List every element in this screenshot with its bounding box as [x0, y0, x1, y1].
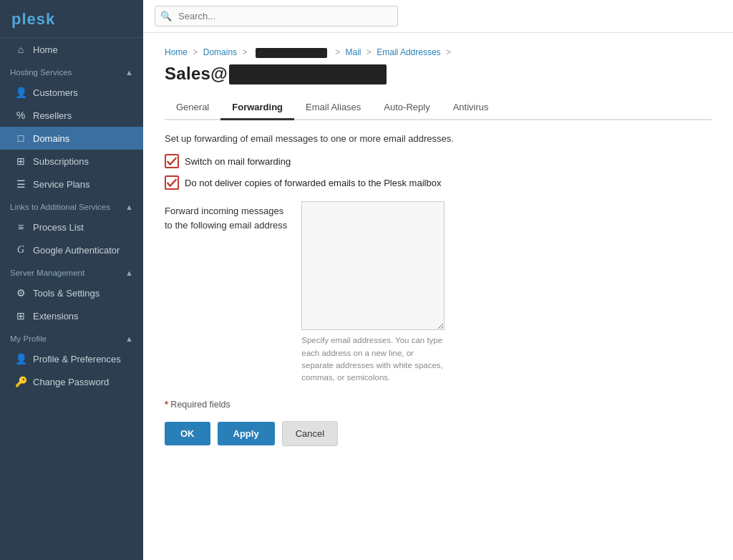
sidebar-item-label: Subscriptions [33, 156, 89, 167]
checkbox-no-copy-label: Do not deliver copies of forwarded email… [185, 178, 441, 188]
required-label: Required fields [170, 400, 230, 410]
form-description: Set up forwarding of email messages to o… [165, 133, 712, 144]
sidebar-item-label: Domains [33, 133, 69, 144]
tab-auto-reply[interactable]: Auto-Reply [372, 96, 441, 120]
content-area: Home > Domains > > Mail > Email Addresse… [143, 33, 733, 560]
sidebar-item-home[interactable]: ⌂ Home [0, 38, 143, 61]
forwarding-panel: Set up forwarding of email messages to o… [165, 133, 712, 446]
logo: plesk [0, 0, 143, 38]
logo-text: plesk [11, 10, 55, 28]
sidebar-item-change-password[interactable]: 🔑 Change Password [0, 370, 143, 393]
section-label: Links to Additional Services [10, 203, 110, 211]
sidebar-item-label: Tools & Settings [33, 288, 99, 299]
google-auth-icon: G [14, 244, 27, 256]
search-wrap: 🔍 [155, 6, 398, 26]
collapse-icon: ▲ [125, 68, 133, 77]
search-icon: 🔍 [160, 11, 172, 21]
sidebar-item-label: Home [33, 44, 58, 55]
breadcrumb-home[interactable]: Home [165, 47, 188, 57]
cancel-button[interactable]: Cancel [282, 421, 338, 446]
sidebar-item-label: Resellers [33, 110, 72, 121]
breadcrumb: Home > Domains > > Mail > Email Addresse… [165, 47, 712, 58]
domains-icon: □ [14, 132, 27, 144]
topbar: 🔍 [143, 0, 733, 33]
breadcrumb-sep: > [366, 47, 372, 57]
collapse-icon: ▲ [125, 203, 133, 211]
tab-general[interactable]: General [165, 96, 220, 120]
sidebar-item-customers[interactable]: 👤 Customers [0, 81, 143, 104]
sidebar-item-subscriptions[interactable]: ⊞ Subscriptions [0, 150, 143, 173]
checkbox-forwarding-label: Switch on mail forwarding [185, 156, 291, 167]
tab-email-aliases[interactable]: Email Aliases [294, 96, 372, 120]
ok-button[interactable]: OK [165, 422, 210, 445]
sidebar-item-profile[interactable]: 👤 Profile & Preferences [0, 347, 143, 370]
checkmark2-icon [166, 177, 178, 188]
collapse-icon: ▲ [125, 334, 133, 343]
breadcrumb-sep: > [446, 47, 451, 57]
section-label: My Profile [10, 334, 47, 343]
sidebar-item-service-plans[interactable]: ☰ Service Plans [0, 173, 143, 195]
extensions-icon: ⊞ [14, 310, 27, 322]
sidebar-item-label: Customers [33, 87, 78, 98]
tabs: General Forwarding Email Aliases Auto-Re… [165, 96, 712, 120]
breadcrumb-sep: > [335, 47, 340, 57]
action-buttons: OK Apply Cancel [165, 421, 712, 446]
apply-button[interactable]: Apply [218, 422, 275, 445]
forward-label: Forward incoming messagesto the followin… [165, 201, 287, 232]
no-copy-checkbox[interactable] [165, 175, 179, 190]
server-management-section[interactable]: Server Management ▲ [0, 261, 143, 281]
resellers-icon: % [14, 110, 27, 121]
my-profile-section[interactable]: My Profile ▲ [0, 327, 143, 347]
subscriptions-icon: ⊞ [14, 155, 27, 167]
breadcrumb-sep: > [242, 47, 247, 57]
tools-icon: ⚙ [14, 287, 27, 299]
required-fields-row: * Required fields [165, 400, 712, 410]
sidebar-item-label: Google Authenticator [33, 245, 120, 256]
checkmark-icon [166, 155, 178, 167]
hosting-services-section[interactable]: Hosting Services ▲ [0, 61, 143, 81]
breadcrumb-domains[interactable]: Domains [203, 47, 237, 57]
section-label: Server Management [10, 269, 84, 277]
breadcrumb-email-addresses[interactable]: Email Addresses [377, 47, 440, 57]
change-password-icon: 🔑 [14, 376, 27, 387]
process-list-icon: ≡ [14, 221, 27, 233]
forward-address-input[interactable] [301, 201, 445, 330]
textarea-hint: Specify email addresses. You can type ea… [301, 334, 445, 384]
main-area: 🔍 Home > Domains > > Mail > Email Addres… [143, 0, 733, 560]
switch-forwarding-checkbox[interactable] [165, 154, 179, 168]
sidebar-item-extensions[interactable]: ⊞ Extensions [0, 304, 143, 327]
profile-icon: 👤 [14, 353, 27, 365]
tab-forwarding[interactable]: Forwarding [220, 96, 294, 120]
sidebar-item-domains[interactable]: □ Domains [0, 127, 143, 150]
sidebar-item-resellers[interactable]: % Resellers [0, 104, 143, 127]
sidebar-item-label: Extensions [33, 311, 79, 322]
sidebar: plesk ⌂ Home Hosting Services ▲ 👤 Custom… [0, 0, 143, 560]
checkbox-row-forwarding: Switch on mail forwarding [165, 154, 712, 168]
page-title: Sales@ [165, 64, 712, 85]
sidebar-item-process-list[interactable]: ≡ Process List [0, 216, 143, 238]
breadcrumb-sep: > [193, 47, 198, 57]
service-plans-icon: ☰ [14, 178, 27, 190]
sidebar-item-label: Process List [33, 222, 84, 233]
search-input[interactable] [155, 6, 398, 26]
checkbox-row-no-copy: Do not deliver copies of forwarded email… [165, 175, 712, 190]
tab-antivirus[interactable]: Antivirus [442, 96, 500, 120]
sidebar-item-label: Profile & Preferences [33, 354, 121, 365]
forward-address-section: Forward incoming messagesto the followin… [165, 201, 712, 384]
section-label: Hosting Services [10, 68, 72, 77]
title-redacted [229, 64, 387, 85]
sidebar-item-google-auth[interactable]: G Google Authenticator [0, 238, 143, 261]
required-star: * [165, 400, 168, 410]
title-prefix: Sales@ [165, 64, 228, 83]
sidebar-item-label: Change Password [33, 377, 109, 387]
additional-services-section[interactable]: Links to Additional Services ▲ [0, 195, 143, 216]
customers-icon: 👤 [14, 87, 27, 98]
collapse-icon: ▲ [125, 269, 133, 277]
sidebar-item-label: Service Plans [33, 179, 89, 190]
sidebar-item-tools[interactable]: ⚙ Tools & Settings [0, 281, 143, 304]
breadcrumb-mail[interactable]: Mail [345, 47, 361, 57]
forward-textarea-wrap: Specify email addresses. You can type ea… [301, 201, 445, 384]
home-icon: ⌂ [14, 44, 27, 55]
breadcrumb-domain-redacted [256, 48, 327, 58]
